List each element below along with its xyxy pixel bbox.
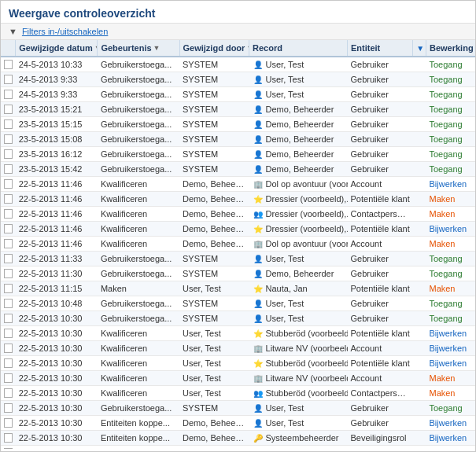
- checkbox[interactable]: [4, 358, 13, 368]
- table-row[interactable]: 22-5-2013 11:46KwalificerenDemo, Beheerd…: [1, 177, 475, 192]
- row-checkbox[interactable]: [1, 117, 16, 132]
- checkbox[interactable]: [4, 299, 13, 308]
- row-checkbox[interactable]: [1, 57, 16, 72]
- row-checkbox[interactable]: [1, 296, 16, 311]
- row-checkbox[interactable]: [1, 252, 16, 266]
- table-row[interactable]: 22-5-2013 10:30KwalificerenUser, Test⭐St…: [1, 356, 475, 371]
- row-checkbox[interactable]: [1, 222, 16, 237]
- checkbox[interactable]: [4, 329, 13, 338]
- filter-toggle-link[interactable]: Filters in-/uitschakelen: [22, 27, 108, 36]
- table-row[interactable]: 23-5-2013 15:42Gebruikerstoega...SYSTEM👤…: [1, 162, 475, 177]
- row-checkbox[interactable]: [1, 102, 16, 117]
- row-checkbox[interactable]: [1, 147, 16, 162]
- checkbox[interactable]: [4, 149, 13, 159]
- row-date: 22-5-2013 10:30: [16, 311, 98, 326]
- table-row[interactable]: 22-5-2013 11:46KwalificerenDemo, Beheerd…: [1, 192, 475, 207]
- table-row[interactable]: 22-5-2013 10:30Gebruikerstoega...SYSTEM👤…: [1, 401, 475, 416]
- row-checkbox[interactable]: [1, 326, 16, 341]
- table-row[interactable]: 22-5-2013 10:30KwalificerenUser, Test⭐St…: [1, 326, 475, 341]
- row-action: Toegang: [426, 57, 475, 72]
- row-changedby: Demo, Beheerder: [179, 416, 249, 431]
- checkbox[interactable]: [4, 90, 13, 99]
- row-checkbox[interactable]: [1, 371, 16, 386]
- table-row[interactable]: 22-5-2013 10:29Gebruikerstoega...SYSTEM👤…: [1, 446, 475, 450]
- row-record: 🔑Systeembeheerder: [249, 431, 348, 446]
- row-checkbox[interactable]: [1, 386, 16, 401]
- checkbox[interactable]: [4, 344, 13, 353]
- checkbox[interactable]: [4, 209, 13, 219]
- table-row[interactable]: 22-5-2013 10:30Entiteiten koppe...Demo, …: [1, 416, 475, 431]
- checkbox[interactable]: [4, 119, 13, 129]
- record-name: Demo, Beheerder: [266, 164, 334, 174]
- checkbox[interactable]: [4, 194, 13, 204]
- table-row[interactable]: 23-5-2013 15:21Gebruikerstoega...SYSTEM👤…: [1, 102, 475, 117]
- checkbox[interactable]: [4, 388, 13, 398]
- table-row[interactable]: 24-5-2013 10:33Gebruikerstoega...SYSTEM👤…: [1, 57, 475, 72]
- table-row[interactable]: 23-5-2013 16:12Gebruikerstoega...SYSTEM👤…: [1, 147, 475, 162]
- row-checkbox[interactable]: [1, 266, 16, 281]
- checkbox[interactable]: [4, 164, 13, 174]
- row-checkbox[interactable]: [1, 237, 16, 252]
- row-checkbox[interactable]: [1, 401, 16, 416]
- checkbox[interactable]: [4, 179, 13, 189]
- table-row[interactable]: 22-5-2013 10:30KwalificerenUser, Test🏢Li…: [1, 341, 475, 356]
- row-changedby: Demo, Beheerder: [179, 237, 249, 252]
- row-checkbox[interactable]: [1, 311, 16, 326]
- col-header-event[interactable]: Gebeurtenis ▼: [98, 40, 179, 57]
- checkbox[interactable]: [4, 105, 13, 114]
- table-row[interactable]: 22-5-2013 11:33Gebruikerstoega...SYSTEM👤…: [1, 252, 475, 266]
- row-record: 👤User, Test: [249, 416, 348, 431]
- checkbox[interactable]: [4, 134, 13, 144]
- table-row[interactable]: 22-5-2013 11:15MakenUser, Test⭐Nauta, Ja…: [1, 281, 475, 296]
- table-row[interactable]: 22-5-2013 10:48Gebruikerstoega...SYSTEM👤…: [1, 296, 475, 311]
- row-checkbox[interactable]: [1, 207, 16, 222]
- table-row[interactable]: 22-5-2013 11:30Gebruikerstoega...SYSTEM👤…: [1, 266, 475, 281]
- row-checkbox[interactable]: [1, 192, 16, 207]
- row-checkbox[interactable]: [1, 72, 16, 87]
- row-event: Gebruikerstoega...: [98, 102, 179, 117]
- checkbox[interactable]: [4, 418, 13, 428]
- record-icon: 👤: [253, 313, 264, 324]
- row-filter-cell: [413, 296, 426, 311]
- checkbox[interactable]: [4, 433, 13, 443]
- row-checkbox[interactable]: [1, 162, 16, 177]
- checkbox[interactable]: [4, 284, 13, 293]
- checkbox[interactable]: [4, 314, 13, 323]
- table-row[interactable]: 22-5-2013 10:30KwalificerenUser, Test👥St…: [1, 386, 475, 401]
- table-row[interactable]: 22-5-2013 10:30Gebruikerstoega...SYSTEM👤…: [1, 311, 475, 326]
- checkbox[interactable]: [4, 60, 13, 69]
- record-name: Demo, Beheerder: [266, 149, 334, 159]
- checkbox[interactable]: [4, 373, 13, 383]
- table-row[interactable]: 24-5-2013 9:33Gebruikerstoega...SYSTEM👤U…: [1, 72, 475, 87]
- row-checkbox[interactable]: [1, 431, 16, 446]
- row-checkbox[interactable]: [1, 356, 16, 371]
- table-row[interactable]: 23-5-2013 15:08Gebruikerstoega...SYSTEM👤…: [1, 132, 475, 147]
- col-header-changedby[interactable]: Gewijzigd door ▼: [179, 40, 249, 57]
- row-date: 22-5-2013 11:46: [16, 207, 98, 222]
- checkbox[interactable]: [4, 224, 13, 233]
- row-checkbox[interactable]: [1, 446, 16, 450]
- table-row[interactable]: 23-5-2013 15:15Gebruikerstoega...SYSTEM👤…: [1, 117, 475, 132]
- row-changedby: SYSTEM: [179, 102, 249, 117]
- row-action: Toegang: [426, 117, 475, 132]
- table-row[interactable]: 22-5-2013 10:30KwalificerenUser, Test🏢Li…: [1, 371, 475, 386]
- checkbox[interactable]: [4, 75, 13, 84]
- col-header-date[interactable]: Gewijzigde datum ▼: [16, 40, 98, 57]
- row-checkbox[interactable]: [1, 132, 16, 147]
- table-row[interactable]: 22-5-2013 11:46KwalificerenDemo, Beheerd…: [1, 207, 475, 222]
- row-checkbox[interactable]: [1, 87, 16, 102]
- row-checkbox[interactable]: [1, 177, 16, 192]
- table-row[interactable]: 24-5-2013 9:33Gebruikerstoega...SYSTEM👤U…: [1, 87, 475, 102]
- checkbox[interactable]: [4, 403, 13, 413]
- entity-filter-icon[interactable]: ▼: [416, 44, 424, 53]
- row-checkbox[interactable]: [1, 281, 16, 296]
- checkbox[interactable]: [4, 448, 13, 449]
- row-checkbox[interactable]: [1, 416, 16, 431]
- row-checkbox[interactable]: [1, 341, 16, 356]
- checkbox[interactable]: [4, 269, 13, 278]
- checkbox[interactable]: [4, 254, 13, 263]
- table-row[interactable]: 22-5-2013 11:46KwalificerenDemo, Beheerd…: [1, 237, 475, 252]
- table-row[interactable]: 22-5-2013 10:30Entiteiten koppe...Demo, …: [1, 431, 475, 446]
- checkbox[interactable]: [4, 239, 13, 248]
- table-row[interactable]: 22-5-2013 11:46KwalificerenDemo, Beheerd…: [1, 222, 475, 237]
